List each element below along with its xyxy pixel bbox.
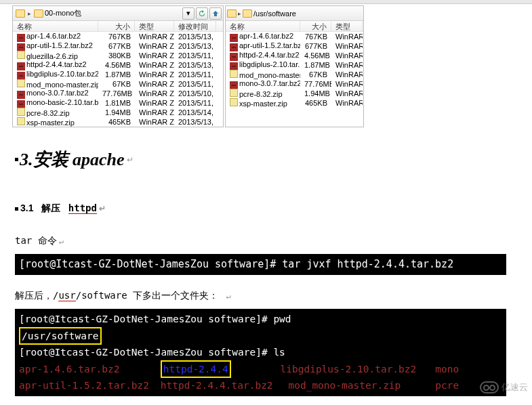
ls-item: httpd-2.4.4.tar.bz2 bbox=[161, 378, 283, 393]
file-row: apr-1.4.6.tar.bz2767KBWinRAR Z...2013/5/… bbox=[13, 32, 223, 41]
file-type: WinRAR Z... bbox=[331, 99, 363, 107]
file-type: WinRAR Z... bbox=[331, 70, 363, 79]
zip-file-icon bbox=[230, 70, 238, 78]
zip-file-icon bbox=[230, 98, 238, 106]
file-type: WinRAR Z... bbox=[331, 42, 363, 50]
return-mark: ↵ bbox=[127, 155, 134, 165]
file-name: apr-1.4.6.tar.bz2 bbox=[13, 32, 98, 42]
terminal-line: apr-util-1.5.2.tar.bz2 httpd-2.4.4.tar.b… bbox=[19, 378, 502, 393]
address-icons: ▸ bbox=[14, 9, 43, 18]
return-mark: ↵ bbox=[59, 236, 64, 246]
return-mark: ↵ bbox=[99, 204, 106, 213]
file-row: pcre-8.32.zip1.94MBWinRAR Z... bbox=[226, 89, 363, 98]
ls-item: pcre bbox=[435, 380, 459, 391]
folder-icon bbox=[227, 9, 237, 18]
subsection-text: 解压 bbox=[41, 202, 60, 213]
watermark-logo-icon bbox=[480, 381, 499, 393]
section-number: 3. bbox=[20, 150, 33, 169]
terminal-block-1: [root@Itcast-GZ-DotNet-JamesZou software… bbox=[15, 254, 506, 275]
explorer-pane-right: ▸ /usr/software 名称 大小 类型 apr-1.4.6.tar.b… bbox=[225, 5, 364, 127]
watermark: 亿速云 bbox=[480, 381, 528, 393]
file-size: 1.87MB bbox=[300, 61, 331, 69]
ls-item: mono bbox=[435, 364, 459, 375]
file-explorer-screenshot: ▸ 00-mono包 ▾ 名称 大小 类型 修改时间 apr-1.4.6.tar… bbox=[0, 4, 532, 127]
file-name: apr-util-1.5.2.tar.bz2 bbox=[226, 41, 300, 51]
col-type: 类型 bbox=[331, 21, 363, 31]
body-line-after: 解压后，/usr/software 下多出一个文件夹： ↵ bbox=[15, 290, 517, 302]
bullet-icon bbox=[15, 158, 18, 161]
terminal-line: [root@Itcast-GZ-DotNet-JamesZou software… bbox=[19, 312, 502, 326]
file-type: WinRAR Z... bbox=[331, 89, 363, 98]
file-name: xsp-master.zip bbox=[13, 117, 98, 127]
file-size: 67KB bbox=[98, 80, 135, 88]
column-headers: 名称 大小 类型 bbox=[226, 21, 363, 32]
file-size: 4.56MB bbox=[300, 51, 331, 60]
col-name: 名称 bbox=[13, 21, 98, 31]
file-size: 1.94MB bbox=[300, 89, 331, 98]
zip-file-icon bbox=[230, 89, 238, 97]
file-name: libgdiplus-2.10.tar... bbox=[226, 60, 300, 70]
ls-item-highlight: httpd-2.4.4 bbox=[163, 364, 228, 375]
subsection-heading: 3.1 解压 httpd ↵ bbox=[15, 202, 517, 215]
file-type: WinRAR Z... bbox=[135, 89, 174, 98]
file-size: 677KB bbox=[300, 42, 331, 50]
path-text: 00-mono包 bbox=[43, 8, 181, 18]
file-date: 2013/5/13, ... bbox=[174, 61, 216, 69]
file-date: 2013/5/10, ... bbox=[174, 89, 216, 98]
file-name: libgdiplus-2.10.tar.bz2 bbox=[13, 70, 98, 80]
file-type: WinRAR Z... bbox=[331, 80, 363, 88]
col-name: 名称 bbox=[226, 21, 300, 31]
file-row: apr-util-1.5.2.tar.bz2677KBWinRAR Z...20… bbox=[13, 41, 223, 51]
file-name: xsp-master.zip bbox=[226, 98, 300, 108]
zip-file-icon bbox=[17, 79, 25, 87]
text: /software 下多出一个文件夹： bbox=[76, 290, 218, 301]
file-size: 1.94MB bbox=[98, 108, 135, 116]
file-type: WinRAR Z... bbox=[135, 42, 174, 50]
watermark-text: 亿速云 bbox=[502, 381, 528, 393]
file-name: mod_mono-master... bbox=[226, 70, 300, 79]
file-size: 767KB bbox=[300, 33, 331, 41]
file-name: pcre-8.32.zip bbox=[13, 108, 98, 117]
file-date: 2013/5/13, ... bbox=[174, 118, 216, 126]
file-size: 465KB bbox=[300, 99, 331, 107]
file-row: xsp-master.zip465KBWinRAR Z...2013/5/13,… bbox=[13, 117, 223, 127]
column-headers: 名称 大小 类型 修改时间 bbox=[13, 21, 223, 32]
terminal-line: [root@Itcast-GZ-DotNet-JamesZou software… bbox=[19, 345, 502, 360]
col-size: 大小 bbox=[300, 21, 331, 31]
file-name: mod_mono-master.zip bbox=[13, 79, 98, 89]
file-date: 2013/5/13, ... bbox=[174, 42, 216, 50]
col-type: 类型 bbox=[135, 21, 174, 31]
file-type: WinRAR Z... bbox=[135, 61, 174, 69]
rar-file-icon bbox=[230, 81, 238, 89]
section-heading: 3.安装 apache ↵ bbox=[15, 148, 517, 171]
rar-file-icon bbox=[17, 100, 25, 108]
file-size: 767KB bbox=[98, 33, 135, 41]
rar-file-icon bbox=[230, 62, 238, 70]
file-row: pcre-8.32.zip1.94MBWinRAR Z...2013/5/14,… bbox=[13, 108, 223, 117]
file-size: 677KB bbox=[98, 42, 135, 50]
file-type: WinRAR Z... bbox=[331, 51, 363, 60]
document-body: 3.安装 apache ↵ 3.1 解压 httpd ↵ tar 命令↵ [ro… bbox=[0, 127, 532, 396]
text: 命令 bbox=[32, 235, 56, 246]
folder-icon bbox=[16, 9, 25, 18]
file-date: 2013/5/11, ... bbox=[174, 70, 216, 79]
file-name: gluezilla-2.6.zip bbox=[13, 51, 98, 60]
ls-item: libgdiplus-2.10.tar.bz2 bbox=[281, 362, 430, 377]
ls-item: apr-util-1.5.2.tar.bz2 bbox=[19, 378, 155, 393]
file-type: WinRAR Z... bbox=[135, 70, 174, 79]
zip-file-icon bbox=[17, 117, 25, 125]
file-name: apr-1.4.6.tar.bz2 bbox=[226, 32, 300, 42]
file-row: apr-1.4.6.tar.bz2767KBWinRAR Z... bbox=[226, 32, 363, 41]
file-row: httpd-2.4.4.tar.bz24.56MBWinRAR Z... bbox=[226, 51, 363, 60]
breadcrumb-sep-icon: ▸ bbox=[28, 10, 31, 17]
col-date: 修改时间 bbox=[174, 21, 216, 31]
file-date: 2013/5/14, ... bbox=[174, 108, 216, 116]
file-name: mono-3.0.7.tar.bz2 bbox=[226, 79, 300, 89]
file-type: WinRAR Z... bbox=[331, 33, 363, 41]
address-bar-left: ▸ 00-mono包 ▾ bbox=[13, 6, 223, 21]
file-size: 1.87MB bbox=[98, 70, 135, 79]
keyword-usr: usr bbox=[58, 290, 75, 301]
up-icon bbox=[209, 7, 222, 20]
ls-item: mod_mono-master.zip bbox=[288, 378, 429, 393]
file-type: WinRAR Z... bbox=[135, 51, 174, 60]
